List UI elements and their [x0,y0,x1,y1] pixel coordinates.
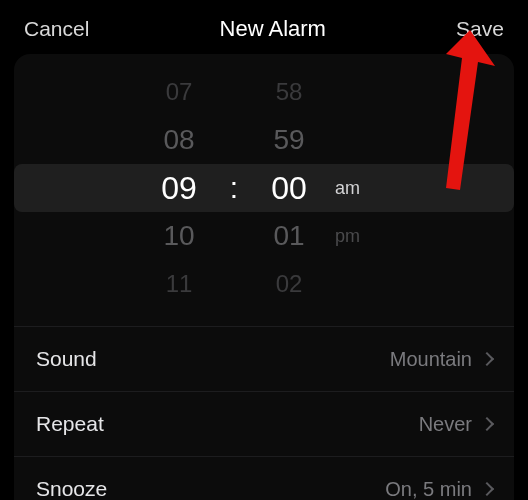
hour-wheel[interactable]: 07 08 09 10 11 [139,68,219,308]
snooze-label: Snooze [36,477,107,500]
sound-value: Mountain [390,348,472,371]
time-picker[interactable]: 07 08 09 10 11 : 58 59 00 01 02 -- -- am… [14,68,514,308]
page-title: New Alarm [220,16,326,42]
ampm-option[interactable]: pm [335,212,360,260]
hour-option[interactable]: 11 [166,260,193,308]
hour-option[interactable]: 10 [163,212,194,260]
minute-option[interactable]: 59 [273,116,304,164]
minute-option[interactable]: 01 [273,212,304,260]
sound-row[interactable]: Sound Mountain [14,326,514,391]
minute-option[interactable]: 02 [276,260,303,308]
settings-list: Sound Mountain Repeat Never Snooze On, 5… [14,326,514,500]
minute-option[interactable]: 58 [276,68,303,116]
repeat-value: Never [419,413,472,436]
save-button[interactable]: Save [456,17,504,41]
alarm-card: 07 08 09 10 11 : 58 59 00 01 02 -- -- am… [14,54,514,500]
snooze-value: On, 5 min [385,478,472,501]
ampm-selected[interactable]: am [335,164,360,212]
hour-selected[interactable]: 09 [161,164,197,212]
chevron-right-icon [480,417,494,431]
hour-option[interactable]: 07 [166,68,193,116]
hour-option[interactable]: 08 [163,116,194,164]
repeat-row[interactable]: Repeat Never [14,391,514,456]
nav-bar: Cancel New Alarm Save [0,0,528,54]
cancel-button[interactable]: Cancel [24,17,89,41]
chevron-right-icon [480,482,494,496]
minute-wheel[interactable]: 58 59 00 01 02 [249,68,329,308]
sound-label: Sound [36,347,97,371]
repeat-label: Repeat [36,412,104,436]
time-colon: : [219,68,249,308]
ampm-wheel[interactable]: -- -- am pm -- [329,68,389,308]
chevron-right-icon [480,352,494,366]
snooze-row[interactable]: Snooze On, 5 min [14,456,514,500]
minute-selected[interactable]: 00 [271,164,307,212]
